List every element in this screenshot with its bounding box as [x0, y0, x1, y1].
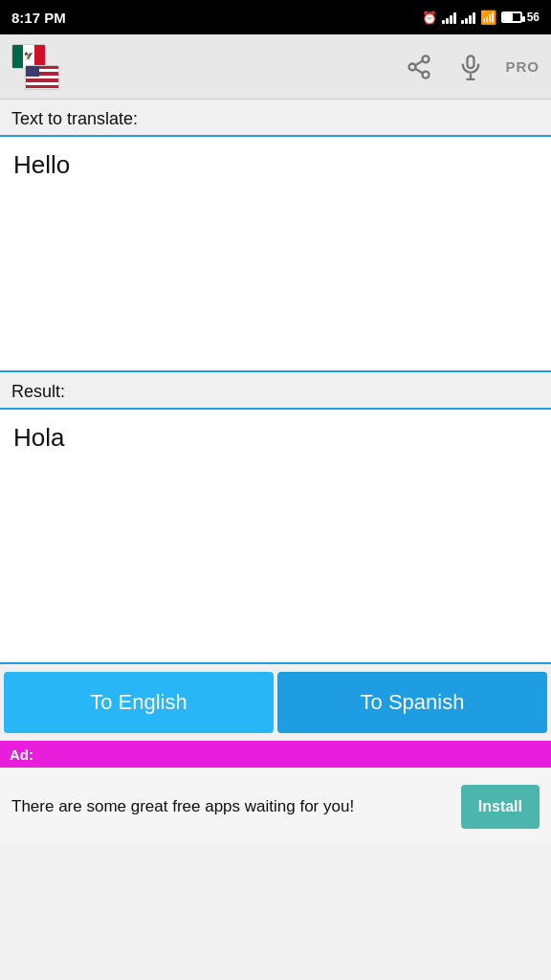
wifi-icon: 📶 — [480, 10, 496, 25]
pro-label[interactable]: PRO — [505, 58, 540, 75]
share-icon — [406, 54, 432, 80]
share-button[interactable] — [402, 50, 436, 84]
status-icons: ⏰ 📶 56 — [422, 10, 540, 25]
status-bar: 8:17 PM ⏰ 📶 56 — [0, 0, 551, 34]
input-wrapper: Hello — [0, 135, 551, 372]
ad-bar: Ad: — [0, 741, 551, 768]
toolbar-icons: PRO — [402, 50, 540, 84]
toolbar: 🦅 — [0, 34, 551, 100]
input-label: Text to translate: — [0, 100, 551, 135]
signal-bars-2 — [461, 11, 475, 24]
main-content: Text to translate: Hello Result: Hola To… — [0, 100, 551, 844]
result-label: Result: — [0, 372, 551, 408]
input-section: Text to translate: Hello — [0, 100, 551, 372]
translate-input[interactable]: Hello — [0, 137, 551, 367]
signal-bars-1 — [442, 11, 456, 24]
microphone-icon — [457, 54, 484, 80]
install-button[interactable]: Install — [461, 785, 540, 829]
ad-text: There are some great free apps waiting f… — [11, 795, 450, 818]
mic-button[interactable] — [453, 50, 488, 84]
result-output[interactable]: Hola — [0, 410, 551, 658]
to-english-button[interactable]: To English — [4, 672, 274, 733]
svg-line-3 — [416, 68, 424, 73]
result-wrapper: Hola — [0, 408, 551, 664]
svg-rect-5 — [468, 56, 474, 68]
usa-flag — [25, 65, 59, 90]
to-spanish-button[interactable]: To Spanish — [277, 672, 547, 733]
ad-content: There are some great free apps waiting f… — [0, 768, 551, 844]
battery-icon — [501, 11, 522, 23]
battery-percent: 56 — [527, 11, 540, 24]
alarm-icon: ⏰ — [422, 11, 437, 25]
status-time: 8:17 PM — [11, 10, 66, 26]
result-section: Result: Hola — [0, 372, 551, 664]
svg-line-4 — [416, 60, 424, 65]
flags-container[interactable]: 🦅 — [11, 44, 69, 90]
ad-badge: Ad: — [10, 746, 33, 763]
translate-buttons: To English To Spanish — [0, 664, 551, 741]
